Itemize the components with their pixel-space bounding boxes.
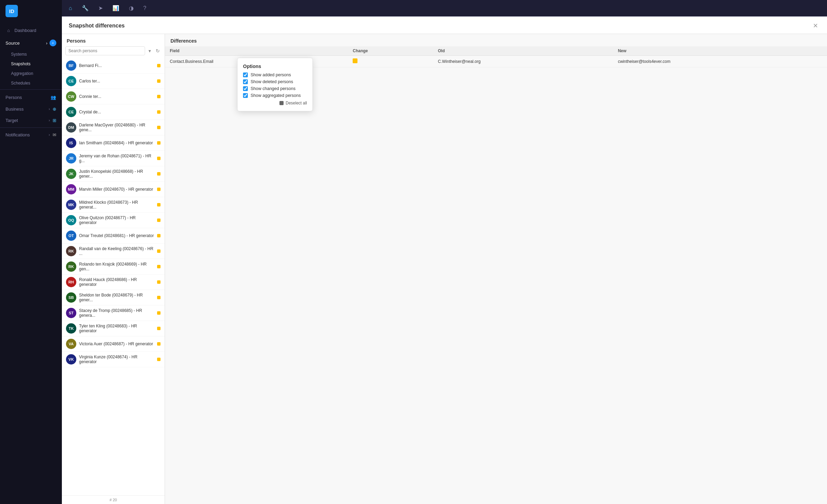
person-name: Darlene MacGyver (00248680) - HR gene... (79, 123, 154, 132)
source-action-icon[interactable]: + (49, 40, 56, 46)
list-item[interactable]: JR Jeremy van de Rohan (00248671) - HR g… (62, 151, 165, 166)
col-change: Change (348, 46, 433, 56)
nav-wrench-icon[interactable]: 🔧 (80, 3, 90, 13)
person-change-indicator (157, 358, 161, 361)
option-label: Show aggregated persons (251, 93, 301, 98)
list-item[interactable]: OQ Olive Quitzon (00248677) - HR generat… (62, 213, 165, 228)
avatar: OQ (66, 215, 76, 225)
sidebar-item-persons[interactable]: Persons 👥 (0, 91, 62, 103)
list-item[interactable]: VA Victoria Auer (00248687) - HR generat… (62, 336, 165, 352)
diff-body: Persons ▾ ↻ BF Bernard Fi... CE Carlos t… (62, 34, 827, 504)
content-area: Snapshots ↻ ✓ 08/04/2022, 14:22 ⎘ ▲ 20 ✓… (62, 16, 827, 504)
filter-icon[interactable]: ▾ (147, 47, 152, 55)
diff-change (348, 56, 433, 67)
option-checkbox[interactable] (243, 93, 248, 98)
list-item[interactable]: CW Connie ter... (62, 89, 165, 104)
nav-question-icon[interactable]: ? (142, 4, 148, 13)
list-item[interactable]: RK Rolando ten Krajcik (00248669) - HR g… (62, 259, 165, 275)
nav-home-icon[interactable]: ⌂ (67, 4, 74, 13)
option-item[interactable]: Show deleted persons (243, 79, 307, 84)
col-old: Old (433, 46, 613, 56)
business-action-icon[interactable]: ⊕ (53, 107, 56, 112)
option-checkbox[interactable] (243, 72, 248, 77)
option-item[interactable]: Show added persons (243, 72, 307, 77)
list-item[interactable]: DM Darlene MacGyver (00248680) - HR gene… (62, 120, 165, 135)
target-arrow-icon: › (49, 119, 50, 122)
list-item[interactable]: TK Tyler ten Kling (00248683) - HR gener… (62, 321, 165, 336)
diff-old: C.Wintheiser@neal.org (433, 56, 613, 67)
target-action-icon[interactable]: ⊞ (53, 118, 56, 123)
list-item[interactable]: ST Stacey de Tromp (00248685) - HR gener… (62, 305, 165, 321)
option-checkbox[interactable] (243, 79, 248, 84)
nav-circle-icon[interactable]: ◑ (128, 3, 135, 13)
search-input[interactable] (65, 46, 145, 55)
option-item[interactable]: Show changed persons (243, 86, 307, 91)
avatar: JK (66, 169, 76, 179)
top-nav: ⌂ 🔧 ➤ 📊 ◑ ? (62, 0, 827, 16)
list-item[interactable]: OT Omar Treutel (00248681) - HR generato… (62, 228, 165, 244)
person-change-indicator (157, 172, 161, 176)
person-name: Sheldon ter Bode (00248679) - HR gener..… (79, 293, 154, 302)
person-change-indicator (157, 141, 161, 145)
list-item[interactable]: RK Randall van de Keeling (00248676) - H… (62, 244, 165, 259)
person-change-indicator (157, 110, 161, 114)
person-name: Justin Konopelski (00248668) - HR gener.… (79, 169, 154, 179)
list-item[interactable]: MM Marvin Miller (00248670) - HR generat… (62, 182, 165, 197)
persons-panel-title: Persons (62, 34, 165, 46)
sidebar-item-systems[interactable]: Systems (0, 49, 62, 59)
diff-header: Snapshot differences ✕ (62, 16, 827, 34)
source-arrow-icon: › (46, 41, 47, 46)
refresh-icon[interactable]: ↻ (154, 47, 161, 55)
close-icon[interactable]: ✕ (811, 21, 820, 30)
person-name: Victoria Auer (00248687) - HR generator (79, 341, 154, 346)
deselect-all-button[interactable]: Deselect all (286, 101, 307, 105)
person-name: Bernard Fi... (79, 63, 154, 68)
sidebar-item-aggregation[interactable]: Aggregation (0, 69, 62, 78)
list-item[interactable]: SB Sheldon ter Bode (00248679) - HR gene… (62, 290, 165, 305)
person-change-indicator (157, 95, 161, 98)
avatar: MM (66, 184, 76, 194)
avatar: RK (66, 246, 76, 256)
deselect-row: Deselect all (243, 101, 307, 105)
list-item[interactable]: VK Virginia Kunze (00248674) - HR genera… (62, 352, 165, 367)
person-change-indicator (157, 157, 161, 160)
nav-arrow-icon[interactable]: ➤ (97, 3, 104, 13)
list-item[interactable]: IS Ian Smitham (00248684) - HR generator (62, 135, 165, 151)
list-item[interactable]: CE Carlos ter... (62, 74, 165, 89)
person-change-indicator (157, 327, 161, 330)
avatar: CE (66, 76, 76, 86)
sidebar-item-schedules[interactable]: Schedules (0, 78, 62, 88)
sidebar-item-notifications[interactable]: Notifications › ✉ (0, 129, 62, 141)
notifications-label: Notifications (5, 132, 46, 137)
avatar: RH (66, 277, 76, 287)
list-item[interactable]: RH Ronald Hauck (00248686) - HR generato… (62, 275, 165, 290)
person-change-indicator (157, 342, 161, 346)
person-name: Crystal de... (79, 110, 154, 114)
option-label: Show deleted persons (251, 79, 293, 84)
option-label: Show changed persons (251, 86, 296, 91)
sidebar-item-dashboard[interactable]: ⌂ Dashboard (0, 24, 62, 36)
person-change-indicator (157, 219, 161, 222)
list-item[interactable]: BF Bernard Fi... (62, 58, 165, 74)
snapshot-diff-overlay: Snapshot differences ✕ Persons ▾ ↻ BF Be… (62, 16, 827, 504)
sidebar: ID ⌂ Dashboard Source › + Systems Snapsh… (0, 0, 62, 504)
person-name: Ronald Hauck (00248686) - HR generator (79, 277, 154, 287)
option-item[interactable]: Show aggregated persons (243, 93, 307, 98)
sidebar-item-target[interactable]: Target › ⊞ (0, 115, 62, 126)
sidebar-item-snapshots[interactable]: Snapshots (0, 59, 62, 69)
persons-panel: Persons ▾ ↻ BF Bernard Fi... CE Carlos t… (62, 34, 165, 504)
persons-footer: # 20 (62, 495, 165, 504)
notifications-arrow-icon: › (49, 133, 50, 137)
option-checkbox[interactable] (243, 86, 248, 91)
list-item[interactable]: JK Justin Konopelski (00248668) - HR gen… (62, 166, 165, 182)
differences-title: Differences (165, 34, 827, 46)
avatar: VK (66, 354, 76, 365)
list-item[interactable]: MK Mildred Klocko (00248673) - HR genera… (62, 197, 165, 213)
sidebar-item-business[interactable]: Business › ⊕ (0, 103, 62, 115)
list-item[interactable]: CE Crystal de... (62, 104, 165, 120)
person-name: Carlos ter... (79, 79, 154, 83)
sidebar-item-source[interactable]: Source › + (0, 36, 62, 49)
person-change-indicator (157, 296, 161, 299)
nav-chart-icon[interactable]: 📊 (111, 3, 121, 13)
avatar: VA (66, 339, 76, 349)
